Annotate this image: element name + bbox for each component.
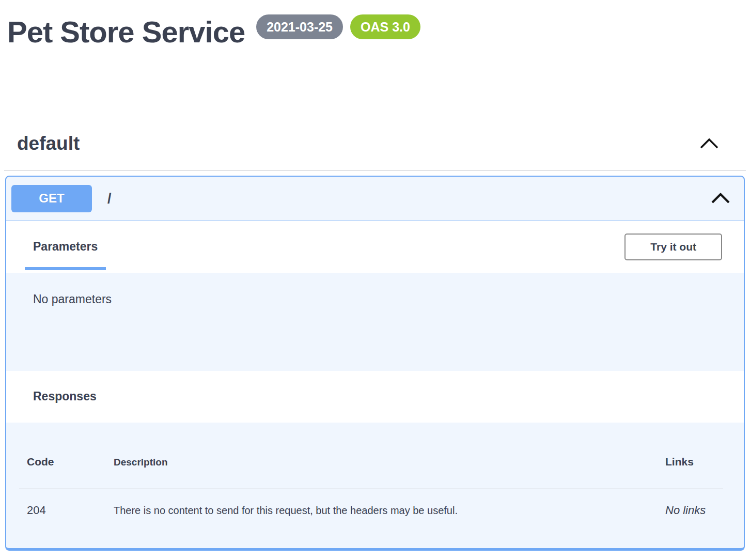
parameters-body: No parameters: [6, 273, 744, 371]
section-collapse-button[interactable]: [698, 135, 720, 152]
operation-path: /: [107, 191, 112, 207]
table-row: 204 There is no content to send for this…: [27, 489, 723, 517]
responses-table: Code Description Links 204 There is no c…: [6, 423, 744, 548]
oas-version-badge: OAS 3.0: [350, 14, 420, 39]
info-header: Pet Store Service 2021-03-25 OAS 3.0: [0, 0, 750, 51]
chevron-up-icon: [710, 191, 731, 206]
response-code: 204: [27, 504, 114, 517]
response-description: There is no content to send for this req…: [114, 504, 665, 517]
responses-header: Responses: [6, 371, 744, 423]
badges: 2021-03-25 OAS 3.0: [256, 14, 420, 39]
tag-section-header[interactable]: default: [4, 117, 746, 171]
response-links: No links: [665, 504, 723, 517]
page-title: Pet Store Service: [7, 13, 245, 51]
opblock-get-root: GET / Parameters Try it out No parameter…: [5, 176, 745, 551]
column-header-links: Links: [665, 456, 723, 468]
tab-parameters[interactable]: Parameters: [25, 221, 106, 273]
operation-collapse-button[interactable]: [710, 191, 731, 206]
http-method-button[interactable]: GET: [11, 185, 92, 212]
tag-section-title: default: [17, 133, 80, 154]
column-header-description: Description: [114, 457, 665, 468]
version-badge: 2021-03-25: [256, 14, 343, 39]
chevron-up-icon: [698, 135, 720, 152]
responses-table-header-row: Code Description Links: [27, 456, 723, 468]
column-header-code: Code: [27, 456, 114, 468]
try-it-out-button[interactable]: Try it out: [624, 234, 722, 260]
parameters-header: Parameters Try it out: [6, 221, 744, 273]
no-parameters-message: No parameters: [33, 292, 725, 306]
tab-parameters-label: Parameters: [33, 240, 98, 254]
tag-section-default: default GET / Parameters: [0, 117, 750, 551]
responses-title: Responses: [33, 390, 97, 403]
opblock-summary[interactable]: GET /: [6, 177, 744, 221]
